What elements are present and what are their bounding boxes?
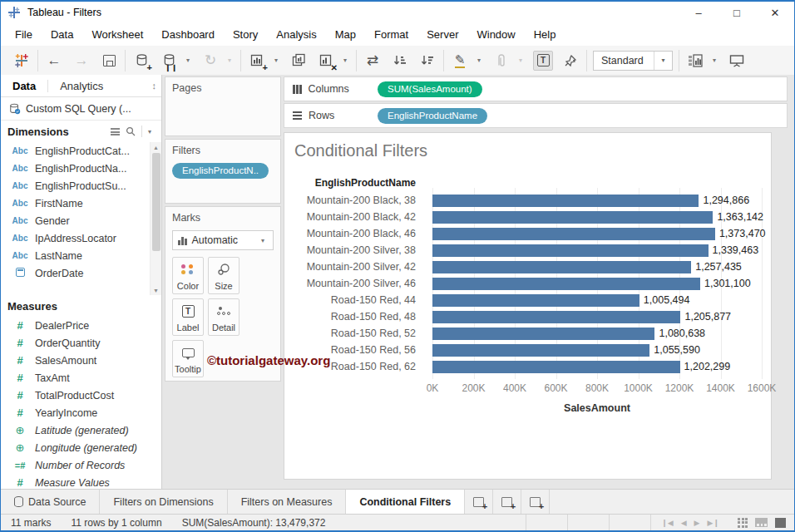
dimensions-scrollbar[interactable]: ▲ ▼ (150, 142, 161, 295)
bar-mark[interactable] (432, 211, 713, 224)
group-members-caret-icon[interactable]: ▾ (519, 57, 526, 64)
filters-card[interactable]: Filters EnglishProductN.. (165, 139, 281, 204)
previous-sheet-icon[interactable]: ◀ (681, 519, 687, 527)
next-sheet-icon[interactable]: ▶ (694, 519, 700, 527)
duplicate-sheet-icon[interactable] (289, 51, 309, 71)
mark-type-select[interactable]: Automatic ▾ (172, 230, 274, 250)
menu-item-dashboard[interactable]: Dashboard (152, 23, 224, 46)
swap-rows-columns-icon[interactable]: ⇄ (363, 51, 383, 71)
bar-mark[interactable] (432, 294, 639, 307)
view-list-icon[interactable] (111, 128, 120, 135)
sheet-tab-filters-on-dimensions[interactable]: Filters on Dimensions (100, 490, 227, 514)
size-button[interactable]: Size (208, 257, 239, 294)
columns-pill[interactable]: SUM(SalesAmount) (378, 81, 482, 97)
clear-sheet-icon[interactable]: ✕ (316, 51, 336, 71)
find-field-icon[interactable] (126, 126, 136, 136)
show-tabs-icon[interactable] (738, 518, 748, 528)
bar-mark[interactable] (432, 328, 654, 340)
scroll-down-icon[interactable]: ▼ (151, 285, 161, 295)
maximize-button[interactable]: □ (718, 2, 756, 23)
measure-number-of-records[interactable]: =#Number of Records (1, 456, 161, 474)
menu-item-help[interactable]: Help (525, 23, 565, 46)
menu-item-data[interactable]: Data (42, 23, 82, 46)
measure-dealerprice[interactable]: #DealerPrice (1, 317, 161, 334)
refresh-icon[interactable]: ↻ (200, 51, 220, 71)
dimension-orderdate[interactable]: OrderDate (1, 264, 161, 282)
measure-longitude-generated[interactable]: ⊕Longitude (generated) (1, 439, 161, 456)
measure-taxamt[interactable]: #TaxAmt (1, 369, 161, 387)
bar-mark[interactable] (432, 278, 700, 290)
detail-button[interactable]: Detail (208, 298, 239, 336)
sort-ascending-icon[interactable] (390, 51, 410, 71)
pages-card[interactable]: Pages (165, 76, 281, 136)
save-icon[interactable] (99, 51, 119, 71)
columns-shelf[interactable]: Columns SUM(SalesAmount) (284, 76, 788, 101)
sheet-tab-data-source[interactable]: Data Source (1, 490, 100, 514)
menu-item-map[interactable]: Map (326, 23, 365, 46)
view-mode-select[interactable]: Standard ▾ (593, 51, 673, 71)
scrollbar-thumb[interactable] (152, 153, 160, 251)
presentation-mode-icon[interactable] (727, 51, 747, 71)
dimensions-menu-caret-icon[interactable]: ▾ (148, 128, 155, 135)
filter-pill[interactable]: EnglishProductN.. (172, 163, 269, 179)
dimension-englishproductcat[interactable]: AbcEnglishProductCat... (1, 142, 161, 160)
pause-updates-caret-icon[interactable]: ▾ (186, 57, 193, 64)
filmstrip-view-icon[interactable] (755, 518, 768, 527)
close-button[interactable]: ✕ (756, 2, 794, 23)
bar-mark[interactable] (432, 311, 680, 323)
bar-mark[interactable] (432, 344, 649, 357)
sheet-tab-conditional-filters[interactable]: Conditional Filters (346, 490, 465, 514)
highlight-icon[interactable]: ✎ (450, 51, 470, 71)
new-worksheet-caret-icon[interactable]: ▾ (274, 57, 281, 64)
menu-item-analysis[interactable]: Analysis (267, 23, 325, 46)
new-dashboard-tab-icon[interactable] (493, 490, 521, 514)
menu-item-worksheet[interactable]: Worksheet (82, 23, 152, 46)
measure-latitude-generated[interactable]: ⊕Latitude (generated) (1, 421, 161, 439)
menu-item-server[interactable]: Server (417, 23, 467, 46)
scroll-up-icon[interactable]: ▲ (151, 142, 161, 152)
refresh-caret-icon[interactable]: ▾ (228, 57, 235, 64)
datasource-item[interactable]: Custom SQL Query (... (1, 97, 161, 121)
show-me-caret-icon[interactable]: ▾ (713, 57, 719, 64)
show-mark-labels-icon[interactable]: T (533, 51, 553, 71)
minimize-button[interactable]: – (679, 2, 718, 23)
tab-analytics[interactable]: Analytics (47, 80, 115, 92)
sheet-tab-filters-on-measures[interactable]: Filters on Measures (228, 490, 347, 514)
clear-sheet-caret-icon[interactable]: ▾ (343, 57, 350, 64)
show-me-icon[interactable] (685, 51, 705, 71)
menu-item-file[interactable]: File (6, 23, 42, 46)
dimension-englishproductna[interactable]: AbcEnglishProductNa... (1, 160, 161, 177)
first-sheet-icon[interactable]: ❙◀ (661, 519, 673, 527)
bar-mark[interactable] (432, 244, 709, 257)
menu-item-window[interactable]: Window (467, 23, 524, 46)
measure-measure-values[interactable]: #Measure Values (1, 474, 161, 489)
label-button[interactable]: TLabel (172, 298, 204, 336)
new-story-tab-icon[interactable] (521, 490, 550, 514)
sheet-sorter-icon[interactable] (775, 518, 786, 528)
tab-data[interactable]: Data (1, 80, 47, 92)
dimension-englishproductsu[interactable]: AbcEnglishProductSu... (1, 177, 161, 195)
bar-mark[interactable] (432, 261, 691, 273)
measure-orderquantity[interactable]: #OrderQuantity (1, 334, 161, 352)
bar-mark[interactable] (432, 195, 699, 207)
rows-pill[interactable]: EnglishProductName (378, 108, 487, 124)
fix-axes-icon[interactable] (560, 51, 580, 71)
pause-updates-icon[interactable]: ❙❙ (159, 51, 179, 71)
highlight-caret-icon[interactable]: ▾ (477, 57, 484, 64)
dimension-lastname[interactable]: AbcLastName (1, 247, 161, 264)
pane-swap-icon[interactable]: ↕ (152, 81, 157, 91)
tableau-logo-icon[interactable] (12, 51, 32, 71)
undo-icon[interactable]: ← (44, 51, 64, 71)
measure-salesamount[interactable]: #SalesAmount (1, 352, 161, 369)
new-datasource-icon[interactable]: + (131, 51, 151, 71)
redo-icon[interactable]: → (72, 51, 91, 71)
sort-descending-icon[interactable] (417, 51, 437, 71)
color-button[interactable]: Color (172, 257, 204, 294)
dimension-gender[interactable]: AbcGender (1, 212, 161, 229)
last-sheet-icon[interactable]: ▶❙ (708, 519, 719, 527)
menu-item-story[interactable]: Story (224, 23, 267, 46)
dimension-firstname[interactable]: AbcFirstName (1, 195, 161, 212)
rows-shelf[interactable]: Rows EnglishProductName (284, 103, 788, 128)
measure-totalproductcost[interactable]: #TotalProductCost (1, 387, 161, 404)
menu-item-format[interactable]: Format (365, 23, 417, 46)
